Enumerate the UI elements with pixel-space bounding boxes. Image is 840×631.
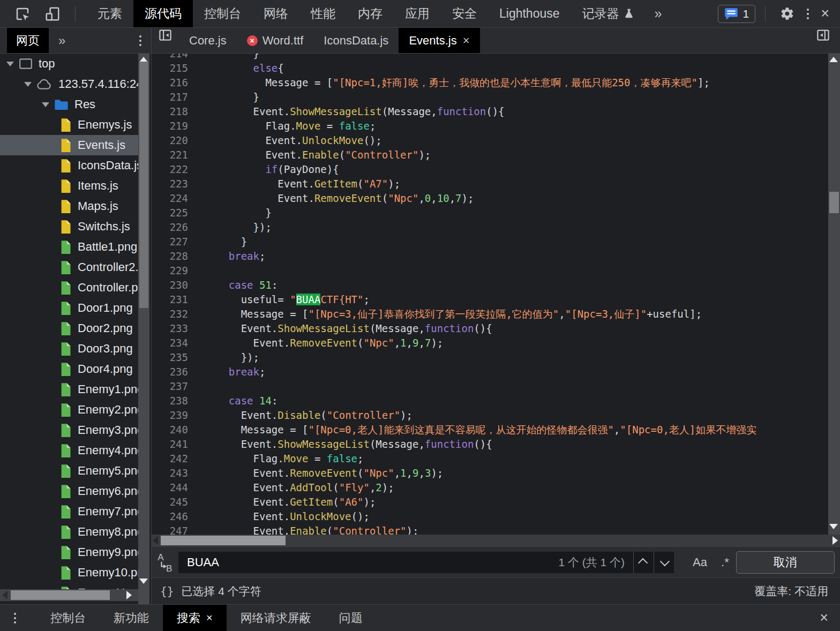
- code-line-228[interactable]: 228 break;: [152, 249, 840, 264]
- drawer-tab-控制台[interactable]: 控制台: [36, 605, 100, 631]
- code-line-222[interactable]: 222 if(PayDone){: [152, 162, 840, 177]
- previous-match-button[interactable]: [633, 552, 654, 573]
- line-number[interactable]: 239: [152, 408, 196, 423]
- next-match-button[interactable]: [654, 552, 674, 573]
- tree-item-Maps.js[interactable]: Maps.js: [0, 196, 138, 216]
- tree-item-Battle1.png[interactable]: Battle1.png: [0, 237, 138, 257]
- code-line-245[interactable]: 245 Event.GetItem("A6");: [152, 495, 840, 509]
- tree-item-top[interactable]: top: [0, 54, 138, 74]
- close-drawer-icon[interactable]: ×: [813, 611, 835, 625]
- line-number[interactable]: 238: [152, 394, 196, 408]
- pretty-print-icon[interactable]: {}: [152, 585, 181, 598]
- line-number[interactable]: 215: [152, 61, 196, 76]
- panel-tab-应用[interactable]: 应用: [394, 0, 441, 27]
- line-number[interactable]: 224: [152, 191, 196, 206]
- code-line-220[interactable]: 220 Event.UnlockMove();: [152, 133, 840, 148]
- code-line-227[interactable]: 227 }: [152, 235, 840, 249]
- line-number[interactable]: 247: [152, 524, 196, 535]
- navigator-menu-icon[interactable]: [134, 32, 147, 49]
- line-number[interactable]: 236: [152, 365, 196, 379]
- device-toolbar-icon[interactable]: [38, 6, 68, 22]
- panel-tab-控制台[interactable]: 控制台: [193, 0, 252, 27]
- code-line-237[interactable]: 237: [152, 379, 840, 394]
- code-line-218[interactable]: 218 Event.ShowMessageList(Message,functi…: [152, 104, 840, 119]
- panel-tab-元素[interactable]: 元素: [86, 0, 133, 27]
- code-line-214[interactable]: 214 }: [152, 54, 840, 61]
- tree-item-Controller2.p[interactable]: Controller2.p: [0, 257, 138, 277]
- line-number[interactable]: 230: [152, 278, 196, 292]
- code-line-247[interactable]: 247 Event.Enable("Controller");: [152, 524, 840, 535]
- collapse-navigator-icon[interactable]: [152, 28, 179, 53]
- show-sidebar-icon[interactable]: [809, 28, 837, 53]
- line-number[interactable]: 225: [152, 206, 196, 220]
- code-line-238[interactable]: 238 case 14:: [152, 394, 840, 408]
- expander-icon[interactable]: [6, 62, 14, 66]
- match-case-toggle[interactable]: Aa: [686, 555, 714, 569]
- editor-horizontal-scrollbar[interactable]: [152, 535, 840, 546]
- tree-vertical-scrollbar[interactable]: [138, 54, 149, 604]
- tree-item-Enemy2.png[interactable]: Enemy2.png: [0, 400, 138, 420]
- tree-item-Enemy4.png[interactable]: Enemy4.png: [0, 440, 138, 461]
- code-line-219[interactable]: 219 Flag.Move = false;: [152, 119, 840, 133]
- tree-item-Door3.png[interactable]: Door3.png: [0, 339, 138, 359]
- drawer-menu-icon[interactable]: [9, 610, 21, 627]
- tree-item-123.57.4.116:242[interactable]: 123.57.4.116:242: [0, 74, 138, 94]
- code-line-232[interactable]: 232 Message = ["[Npc=3,仙子]恭喜你找到了第一段芙拉隔,它…: [152, 307, 840, 321]
- tree-item-IconsData.js[interactable]: IconsData.js: [0, 155, 138, 176]
- line-number[interactable]: 229: [152, 264, 196, 278]
- line-number[interactable]: 245: [152, 495, 196, 509]
- tree-item-Controller.p[interactable]: Controller.p: [0, 277, 138, 298]
- regex-toggle[interactable]: .*: [714, 555, 736, 569]
- line-number[interactable]: 217: [152, 90, 196, 104]
- line-number[interactable]: 226: [152, 220, 196, 235]
- tree-item-Enemy8.png[interactable]: Enemy8.png: [0, 522, 138, 542]
- drawer-tab-新功能[interactable]: 新功能: [100, 605, 163, 631]
- close-tab-icon[interactable]: ×: [463, 34, 470, 48]
- code-line-233[interactable]: 233 Event.ShowMessageList(Message,functi…: [152, 321, 840, 336]
- tree-horizontal-scrollbar[interactable]: [0, 589, 138, 601]
- code-line-242[interactable]: 242 Flag.Move = false;: [152, 452, 840, 466]
- expander-icon[interactable]: [42, 102, 49, 107]
- file-tab-IconsData.js[interactable]: IconsData.js: [313, 28, 399, 53]
- cancel-button[interactable]: 取消: [736, 551, 835, 574]
- line-number[interactable]: 222: [152, 162, 196, 177]
- line-number[interactable]: 216: [152, 76, 196, 90]
- code-line-241[interactable]: 241 Event.ShowMessageList(Message,functi…: [152, 437, 840, 452]
- code-line-244[interactable]: 244 Event.AddTool("Fly",2);: [152, 480, 840, 495]
- drawer-tab-网络请求屏蔽[interactable]: 网络请求屏蔽: [227, 605, 325, 631]
- settings-gear-icon[interactable]: [773, 6, 801, 21]
- file-tab-Events.js[interactable]: Events.js×: [399, 28, 479, 53]
- tree-item-Enemy3.png[interactable]: Enemy3.png: [0, 420, 138, 440]
- tree-item-Items.js[interactable]: Items.js: [0, 176, 138, 196]
- more-panels-button[interactable]: »: [646, 6, 671, 21]
- code-line-224[interactable]: 224 Event.RemoveEvent("Npc",0,10,7);: [152, 191, 840, 206]
- code-line-230[interactable]: 230 case 51:: [152, 278, 840, 292]
- inspect-element-icon[interactable]: [8, 6, 38, 22]
- tree-hscrollbar-thumb[interactable]: [11, 590, 110, 600]
- code-line-231[interactable]: 231 useful= "BUAACTF{HT";: [152, 292, 840, 307]
- tree-item-Door1.png[interactable]: Door1.png: [0, 298, 138, 318]
- line-number[interactable]: 237: [152, 379, 196, 394]
- code-line-234[interactable]: 234 Event.RemoveEvent("Npc",1,9,7);: [152, 336, 840, 350]
- line-number[interactable]: 214: [152, 54, 196, 61]
- tree-item-Enemy9.png[interactable]: Enemy9.png: [0, 542, 138, 562]
- file-tab-Core.js[interactable]: Core.js: [179, 28, 237, 53]
- line-number[interactable]: 234: [152, 336, 196, 350]
- line-number[interactable]: 219: [152, 119, 196, 133]
- code-line-246[interactable]: 246 Event.UnlockMove();: [152, 509, 840, 524]
- panel-tab-内存[interactable]: 内存: [347, 0, 394, 27]
- code-line-217[interactable]: 217 }: [152, 90, 840, 104]
- expander-icon[interactable]: [24, 82, 32, 87]
- code-line-215[interactable]: 215 else{: [152, 61, 840, 76]
- drawer-tab-搜索[interactable]: 搜索×: [163, 605, 227, 631]
- panel-tab-源代码[interactable]: 源代码: [133, 0, 193, 27]
- code-line-223[interactable]: 223 Event.GetItem("A7");: [152, 177, 840, 191]
- issues-badge[interactable]: 1: [718, 5, 756, 23]
- code-line-243[interactable]: 243 Event.RemoveEvent("Npc",1,9,3);: [152, 466, 840, 480]
- editor-hscrollbar-thumb[interactable]: [161, 536, 286, 545]
- line-number[interactable]: 223: [152, 177, 196, 191]
- line-number[interactable]: 227: [152, 235, 196, 249]
- code-line-216[interactable]: 216 Message = ["[Npc=1,奸商]唉，勇士，我做的也是小本生意…: [152, 76, 840, 90]
- file-tab-Word.ttf[interactable]: ×Word.ttf: [237, 28, 314, 53]
- panel-tab-网络[interactable]: 网络: [252, 0, 299, 27]
